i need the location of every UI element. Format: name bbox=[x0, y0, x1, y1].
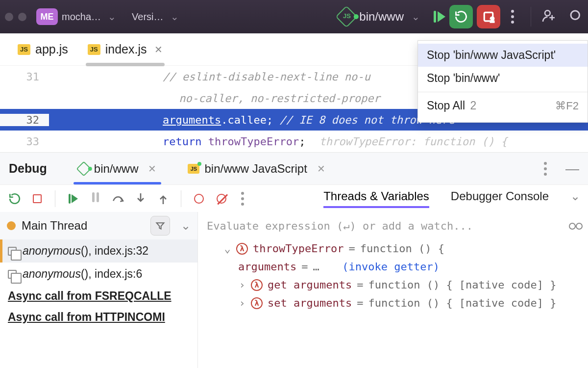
titlebar: ME mocha… ⌄ Versi… ⌄ JS bin/www ⌄ 2 bbox=[0, 0, 588, 33]
frame-icon bbox=[8, 270, 17, 279]
invoke-getter-link[interactable]: (invoke getter) bbox=[342, 261, 440, 273]
evaluate-expression-input[interactable]: Evaluate expression (↵) or add a watch..… bbox=[207, 212, 583, 239]
thread-name[interactable]: Main Thread bbox=[22, 219, 87, 233]
run-config-name: bin/www bbox=[359, 10, 404, 24]
line-number[interactable]: 32 bbox=[0, 114, 49, 126]
svg-point-5 bbox=[576, 223, 582, 229]
expand-icon[interactable]: › bbox=[238, 297, 246, 309]
lambda-icon: λ bbox=[251, 297, 263, 309]
editor-tab[interactable]: JS index.js ✕ bbox=[88, 42, 163, 56]
minimize-window-icon[interactable] bbox=[18, 13, 26, 21]
rerun-icon[interactable] bbox=[8, 192, 22, 205]
svg-point-3 bbox=[571, 11, 580, 20]
expand-icon[interactable]: › bbox=[238, 279, 246, 291]
stop-icon[interactable] bbox=[30, 194, 44, 203]
tab-label: app.js bbox=[35, 42, 68, 56]
chevron-down-icon[interactable]: ⌄ bbox=[570, 189, 580, 208]
shortcut-label: ⌘F2 bbox=[555, 100, 579, 112]
lambda-icon: λ bbox=[236, 243, 248, 255]
frames-header: Main Thread ⌄ bbox=[0, 212, 197, 239]
nodejs-icon: JS bbox=[336, 5, 358, 27]
view-breakpoints-icon[interactable] bbox=[192, 194, 206, 204]
chevron-down-icon[interactable]: ⌄ bbox=[181, 219, 191, 233]
nodejs-icon bbox=[76, 161, 91, 176]
debug-view-switcher: Threads & Variables Debugger Console ⌄ bbox=[323, 189, 580, 208]
threads-variables-tab[interactable]: Threads & Variables bbox=[323, 189, 429, 208]
divider bbox=[55, 190, 55, 207]
tab-label: index.js bbox=[105, 42, 147, 56]
chevron-down-icon[interactable]: ⌄ bbox=[171, 11, 179, 23]
project-badge[interactable]: ME bbox=[36, 8, 58, 25]
debug-options-icon[interactable] bbox=[544, 162, 547, 176]
watch-glasses-icon[interactable] bbox=[568, 219, 583, 233]
debug-panel-header: Debug bin/www ✕ JS bin/www JavaScript ✕ … bbox=[0, 152, 588, 184]
debug-title: Debug bbox=[9, 161, 47, 176]
svg-point-4 bbox=[569, 223, 575, 229]
collapse-icon[interactable]: ⌄ bbox=[223, 242, 231, 255]
rerun-debug-button[interactable] bbox=[449, 5, 473, 28]
line-number[interactable]: 33 bbox=[0, 135, 49, 148]
stop-menu-item[interactable]: Stop 'bin/www' bbox=[418, 67, 588, 90]
close-tab-icon[interactable]: ✕ bbox=[154, 44, 163, 55]
stop-button[interactable]: 2 bbox=[477, 5, 500, 28]
minimize-panel-icon[interactable]: — bbox=[565, 161, 579, 177]
frames-pane: Main Thread ⌄ anonymous(), index.js:32 a… bbox=[0, 212, 198, 368]
step-out-icon[interactable] bbox=[156, 192, 170, 205]
stop-menu-popup: Stop 'bin/www JavaScript' Stop 'bin/www'… bbox=[417, 40, 588, 123]
mute-breakpoints-icon[interactable] bbox=[215, 194, 228, 204]
async-boundary[interactable]: Async call from HTTPINCOMI bbox=[0, 307, 197, 328]
stack-frame[interactable]: anonymous(), index.js:32 bbox=[0, 239, 197, 263]
variable-row[interactable]: › λ set arguments = function () { [nativ… bbox=[207, 294, 583, 312]
run-configuration-selector[interactable]: JS bin/www ⌄ bbox=[339, 9, 423, 25]
search-icon[interactable] bbox=[568, 8, 583, 26]
debug-body: Main Thread ⌄ anonymous(), index.js:32 a… bbox=[0, 212, 588, 368]
variable-row[interactable]: ⌄ λ throwTypeError = function () { bbox=[207, 239, 583, 258]
filter-icon[interactable] bbox=[150, 216, 170, 236]
step-over-icon[interactable] bbox=[111, 193, 125, 204]
lambda-icon: λ bbox=[251, 279, 263, 291]
frame-icon bbox=[8, 247, 17, 256]
window-controls[interactable] bbox=[5, 13, 26, 21]
svg-text:2: 2 bbox=[490, 16, 494, 24]
stop-menu-item[interactable]: Stop 'bin/www JavaScript' bbox=[418, 44, 588, 67]
project-name[interactable]: mocha… bbox=[62, 11, 101, 23]
code-with-me-icon[interactable] bbox=[541, 8, 557, 26]
svg-point-2 bbox=[545, 10, 550, 16]
stop-all-menu-item[interactable]: Stop All 2 ⌘F2 bbox=[418, 94, 588, 117]
debugger-console-tab[interactable]: Debugger Console bbox=[451, 189, 549, 208]
run-button[interactable] bbox=[434, 11, 445, 23]
divider bbox=[181, 190, 181, 207]
js-file-icon: JS bbox=[88, 44, 100, 55]
inline-value-hint: throwTypeError: function () { bbox=[319, 135, 507, 148]
more-debug-icon[interactable] bbox=[241, 192, 244, 206]
line-number[interactable]: 31 bbox=[0, 71, 49, 83]
close-tab-icon[interactable]: ✕ bbox=[148, 163, 156, 175]
async-boundary[interactable]: Async call from FSREQCALLE bbox=[0, 286, 197, 307]
debug-session-tab[interactable]: JS bin/www JavaScript ✕ bbox=[186, 162, 327, 176]
editor-tab[interactable]: JS app.js bbox=[18, 42, 68, 56]
pause-icon[interactable] bbox=[89, 192, 102, 205]
variables-pane: Evaluate expression (↵) or add a watch..… bbox=[198, 212, 588, 368]
close-window-icon[interactable] bbox=[5, 13, 13, 21]
divider bbox=[531, 7, 531, 26]
vcs-branch[interactable]: Versi… bbox=[132, 11, 163, 23]
stack-frame[interactable]: anonymous(), index.js:6 bbox=[0, 263, 197, 286]
debug-toolbar: Threads & Variables Debugger Console ⌄ bbox=[0, 184, 588, 212]
debug-session-tab[interactable]: bin/www ✕ bbox=[76, 162, 159, 176]
thread-status-icon bbox=[7, 221, 16, 230]
variable-row[interactable]: › λ get arguments = function () { [nativ… bbox=[207, 276, 583, 294]
more-actions-icon[interactable] bbox=[511, 10, 514, 24]
divider bbox=[418, 92, 588, 92]
step-into-icon[interactable] bbox=[134, 192, 147, 205]
js-file-icon: JS bbox=[18, 44, 30, 55]
resume-icon[interactable] bbox=[66, 194, 80, 204]
chevron-down-icon[interactable]: ⌄ bbox=[412, 11, 420, 23]
chevron-down-icon[interactable]: ⌄ bbox=[108, 11, 116, 23]
close-tab-icon[interactable]: ✕ bbox=[317, 163, 325, 175]
js-file-icon: JS bbox=[188, 164, 199, 174]
variable-row[interactable]: arguments = … (invoke getter) bbox=[207, 258, 583, 276]
